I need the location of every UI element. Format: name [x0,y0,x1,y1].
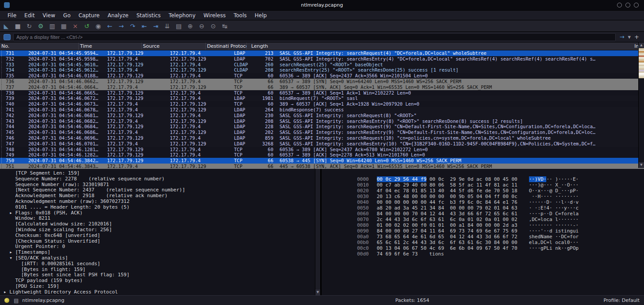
auto-scroll-icon[interactable]: ⇊ [164,21,171,31]
open-file-icon[interactable]: ▥ [49,21,56,31]
menu-item[interactable]: Edit [20,11,38,20]
column-header[interactable]: Protocol [229,42,247,50]
go-first-icon[interactable]: ⇤ [141,21,148,31]
menu-item[interactable]: Analyze [104,11,132,20]
detail-line[interactable]: [Window size scaling factor: 256] [4,227,320,233]
hex-row[interactable]: 000000 0c 29 56 44 f9 00 0c 29 9e 0d ac … [328,171,644,176]
packet-no: 737 [6,84,28,90]
capture-file-icon[interactable]: ▤ [14,297,19,304]
colorize-icon[interactable]: ▤ [175,21,182,31]
column-header[interactable]: Source [142,42,206,50]
reload-icon[interactable]: ↺ [83,21,90,31]
zoom-out-icon[interactable]: ⊖ [198,21,205,31]
packet-row[interactable]: 749 2024-07-31 04:54:46.1282… 172.17.79.… [0,152,644,158]
packet-row[interactable]: 747 2024-07-31 04:54:46.0701… 172.17.79.… [0,141,644,147]
column-header[interactable]: No. [0,42,79,50]
detail-line[interactable]: ▸ Lightweight Directory Access Protocol [4,290,320,295]
filter-bookmark-icon[interactable] [4,34,11,40]
packet-info: bindRequest(7) "<ROOT>" sasl [275,95,358,101]
go-back-icon[interactable]: ← [106,21,113,31]
packet-source: 172.17.79.4 [107,141,170,147]
display-filter-input[interactable] [13,33,616,41]
window-close-button[interactable] [634,3,639,8]
packet-no: 748 [6,147,28,152]
go-last-icon[interactable]: ⇥ [152,21,159,31]
packet-row[interactable]: 744 2024-07-31 04:54:46.0684… 172.17.79.… [0,124,644,130]
packet-row[interactable]: 740 2024-07-31 04:54:46.0673… 172.17.79.… [0,101,644,107]
close-file-icon[interactable]: × [72,21,79,31]
packet-row[interactable]: 748 2024-07-31 04:54:46.1281… 172.17.79.… [0,147,644,152]
packet-list-scrollbar[interactable]: ▲ ▼ [638,42,644,168]
packet-row[interactable]: 746 2024-07-31 04:54:46.0696… 172.17.79.… [0,135,644,141]
scroll-down-icon[interactable]: ▼ [639,162,644,168]
scrollbar-minimap[interactable] [639,48,644,78]
apply-filter-icon[interactable]: → [618,33,626,42]
menu-item[interactable]: Tools [230,11,251,20]
packet-row[interactable]: 739 2024-07-31 04:54:46.0672… 172.17.79.… [0,95,644,101]
detail-line[interactable]: Sequence Number: 2278 (relative sequence… [4,176,320,182]
packet-time: 2024-07-31 04:54:46.0682… [28,118,107,124]
capture-options-icon[interactable]: ⚙ [37,21,44,31]
packet-time: 2024-07-31 04:54:46.1281… [28,147,107,152]
detail-line[interactable]: [iRTT: 0.000285161 seconds] [4,261,320,267]
packet-protocol: LDAP [234,124,257,130]
menu-item[interactable]: File [4,11,20,20]
packet-no: 744 [6,124,28,130]
status-profile[interactable]: Profile: Default [603,297,640,303]
scrollbar-track[interactable] [639,78,644,162]
zoom-in-icon[interactable]: ⊕ [187,21,194,31]
go-forward-icon[interactable]: → [118,21,125,31]
ascii-bytes: ,DC=loca l······· [529,217,579,222]
packet-row[interactable]: 732 2024-07-31 04:54:45.9598… 172.17.79.… [0,56,644,62]
menu-item[interactable]: Statistics [132,11,165,20]
detail-line[interactable]: Urgent Pointer: 0 [4,244,320,250]
detail-line[interactable]: Acknowledgment number (raw): 3607027312 [4,199,320,205]
menu-item[interactable]: Telephony [165,11,199,20]
scroll-up-icon[interactable]: ▲ [639,42,644,48]
menu-item[interactable]: View [38,11,59,20]
packet-row[interactable]: 735 2024-07-31 04:54:46.0188… 172.17.79.… [0,73,644,79]
resize-columns-icon[interactable]: ↹ [221,21,228,31]
packet-row[interactable]: 750 2024-07-31 04:54:46.3842… 172.17.79.… [0,158,644,164]
zoom-100-icon[interactable]: ⊙ [210,21,217,31]
packet-row[interactable]: 751 2024-07-31 04:54:46.3843… 172.17.79.… [0,164,644,169]
detail-line[interactable]: ▾ [SEQ/ACK analysis] [4,255,320,261]
menu-item[interactable]: Capture [74,11,104,20]
restart-capture-icon[interactable]: ↻ [26,21,33,31]
filter-bar: → ▾ + [0,32,644,42]
go-to-packet-icon[interactable]: ↷ [129,21,136,31]
packet-row[interactable]: 743 2024-07-31 04:54:46.0682… 172.17.79.… [0,118,644,124]
packet-row[interactable]: 733 2024-07-31 04:54:45.9610… 172.17.79.… [0,62,644,68]
details-scrollbar[interactable]: ▼ [315,169,320,295]
packet-row[interactable]: 731 2024-07-31 04:54:45.9594… 172.17.79.… [0,50,644,56]
menu-item[interactable]: Go [59,11,75,20]
packet-row[interactable]: 734 2024-07-31 04:54:45.9612… 172.17.79.… [0,67,644,73]
detail-line[interactable]: ▸ Flags: 0x018 (PSH, ACK) [4,210,320,216]
column-header[interactable]: Time [79,42,142,50]
add-filter-button[interactable]: + [633,33,640,42]
packet-row[interactable]: 745 2024-07-31 04:54:46.0686… 172.17.79.… [0,130,644,135]
packet-row[interactable]: 741 2024-07-31 04:54:46.0678… 172.17.79.… [0,107,644,113]
save-file-icon[interactable]: ▦ [60,21,67,31]
column-header[interactable]: Destination [206,42,229,50]
window-minimize-button[interactable] [617,3,622,8]
packet-row[interactable]: 742 2024-07-31 04:54:46.0681… 172.17.79.… [0,113,644,118]
detail-line[interactable]: Checksum: 0xc648 [unverified] [4,233,320,239]
packet-row[interactable]: 736 2024-07-31 04:54:46.0662… 172.17.79.… [0,79,644,84]
column-header[interactable]: Length [247,42,633,50]
find-packet-icon[interactable]: ◉ [95,21,102,31]
packet-row[interactable]: 738 2024-07-31 04:54:46.0665… 172.17.79.… [0,90,644,96]
details-scroll-down-icon[interactable]: ▼ [315,290,320,295]
stop-capture-icon[interactable]: ■ [14,21,21,31]
packet-row[interactable]: 737 2024-07-31 04:54:46.0664… 172.17.79.… [0,84,644,90]
window-maximize-button[interactable] [625,3,630,8]
menu-item[interactable]: Help [251,11,271,20]
detail-line[interactable]: 0101 .... = Header Length: 20 bytes (5) [4,205,320,210]
filter-dropdown-icon[interactable]: ▾ [627,33,632,42]
expert-info-icon[interactable] [4,298,9,303]
start-capture-icon[interactable]: ◣ [3,21,10,31]
menu-item[interactable]: Wireless [199,11,230,20]
detail-line[interactable]: [PDU Size: 159] [4,284,320,290]
packet-protocol: LDAP [234,107,257,113]
detail-line[interactable]: [TCP Segment Len: 159] [4,171,320,176]
